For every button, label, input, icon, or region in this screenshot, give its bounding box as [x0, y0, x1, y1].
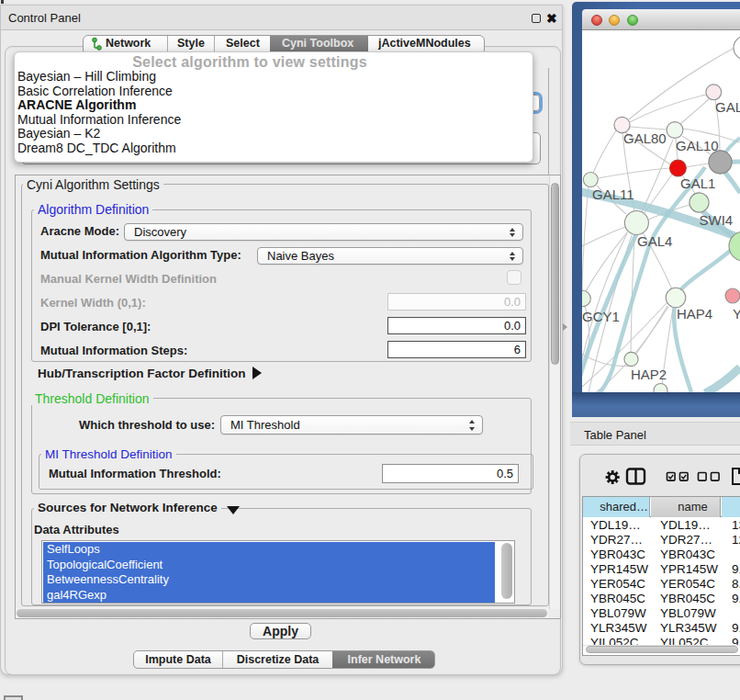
svg-text:YJ: YJ: [733, 306, 740, 322]
svg-text:GAL11: GAL11: [592, 186, 634, 202]
svg-text:SWI4: SWI4: [700, 212, 734, 228]
svg-text:GAL2: GAL2: [715, 99, 740, 115]
svg-text:GAL80: GAL80: [623, 130, 667, 146]
svg-text:GAL4: GAL4: [637, 233, 672, 249]
svg-text:GAL1: GAL1: [680, 175, 715, 191]
svg-text:GAL10: GAL10: [676, 138, 719, 153]
svg-text:GCY1: GCY1: [582, 309, 620, 324]
svg-text:HAP4: HAP4: [677, 306, 712, 322]
svg-text:HAP2: HAP2: [631, 367, 667, 382]
